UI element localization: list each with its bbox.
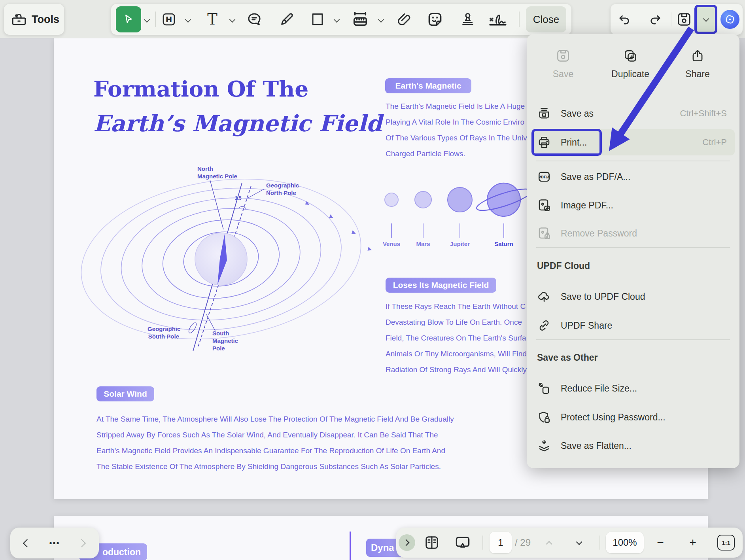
nav-forward-button[interactable]: [74, 528, 89, 558]
measure-tool-icon[interactable]: [351, 10, 369, 28]
menu-share-action[interactable]: Share: [674, 48, 721, 79]
shape-tool-icon[interactable]: [310, 12, 325, 27]
field-arrows: [304, 201, 372, 252]
chevron-left-icon: [23, 539, 31, 547]
comment-tool-icon[interactable]: [246, 11, 263, 28]
text-tool-chevron-down-icon[interactable]: [229, 17, 236, 23]
redo-icon[interactable]: [648, 12, 663, 27]
svg-text:H: H: [166, 15, 172, 24]
menu-save-label: Save: [553, 69, 573, 79]
close-label: Close: [533, 13, 559, 26]
save-as-icon: [537, 106, 551, 121]
menu-item-protect-using-password[interactable]: Protect Using Password...: [537, 406, 729, 428]
signature-tool-icon[interactable]: [486, 11, 509, 28]
nav-back-button[interactable]: [19, 528, 35, 558]
zoom-in-button[interactable]: +: [684, 528, 702, 558]
undo-icon[interactable]: [617, 12, 632, 27]
label-north-magnetic-pole: North Magnetic Pole: [197, 165, 237, 180]
south-pole-pointer: [206, 314, 216, 331]
page-number-input[interactable]: 1: [490, 532, 512, 553]
nav-more-button[interactable]: •••: [43, 528, 66, 558]
flatten-layers-icon: [537, 439, 551, 453]
menu-item-save-as-pdfa[interactable]: PDF/A Save as PDF/A...: [537, 166, 729, 188]
tools-button[interactable]: Tools: [4, 4, 64, 35]
print-highlight-border: [531, 129, 602, 156]
menu-save-action: Save: [539, 48, 587, 79]
label-geographic-south-pole: Geographic South Pole: [147, 325, 179, 340]
attachment-tool-icon[interactable]: [397, 11, 413, 28]
menu-share-label: Share: [685, 69, 709, 79]
stamp-tool-icon[interactable]: [459, 11, 476, 28]
menu-save-as-shortcut: Ctrl+Shift+S: [680, 108, 729, 119]
rotation-indicator: [187, 322, 198, 334]
chevron-up-icon: [546, 541, 552, 547]
menu-duplicate-action[interactable]: Duplicate: [607, 48, 654, 79]
save-icon[interactable]: [676, 11, 692, 27]
solar-wind-paragraph: At The Same Time, The Atmosphere Will Al…: [96, 411, 492, 475]
actual-size-button[interactable]: 1:1: [717, 535, 735, 551]
sticker-tool-icon[interactable]: [426, 11, 444, 28]
menu-protect-password-label: Protect Using Password...: [561, 412, 666, 423]
svg-text:PDF/A: PDF/A: [539, 175, 550, 179]
updf-ai-logo[interactable]: [720, 10, 739, 29]
menu-item-image-pdf[interactable]: Image PDF...: [537, 194, 729, 216]
shape-tool-chevron-down-icon[interactable]: [334, 17, 340, 23]
menu-save-to-cloud-label: Save to UPDF Cloud: [561, 291, 645, 302]
chevron-right-icon: [77, 539, 85, 547]
zoom-level-button[interactable]: 100%: [606, 532, 644, 553]
next-page-button[interactable]: [571, 528, 587, 558]
page2-column-divider: [350, 532, 351, 560]
north-pole-pointer: [210, 180, 223, 229]
menu-image-pdf-label: Image PDF...: [561, 200, 613, 211]
menu-remove-password-label: Remove Password: [561, 228, 637, 239]
close-button[interactable]: Close: [526, 6, 566, 32]
menu-item-remove-password: Remove Password: [537, 222, 729, 244]
measure-tool-chevron-down-icon[interactable]: [378, 17, 384, 23]
page-total-label: / 29: [515, 528, 531, 558]
select-tool-chevron-down-icon[interactable]: [144, 17, 150, 23]
shield-lock-icon: [537, 410, 551, 424]
menu-item-save-as[interactable]: Save as Ctrl+Shift+S: [537, 102, 729, 125]
planet-jupiter: [448, 187, 472, 212]
select-tool-button[interactable]: [116, 6, 141, 32]
collapse-toolbar-button[interactable]: [399, 534, 415, 551]
updf-ai-swirl-icon: [724, 13, 736, 25]
text-tool-icon[interactable]: T: [204, 11, 220, 27]
loses-magnetic-badge: Loses Its Magnetic Field: [386, 278, 496, 293]
save-icon: [556, 48, 571, 63]
pencil-tool-icon[interactable]: [278, 11, 295, 28]
label-south-magnetic-pole: South Magnetic Pole: [212, 329, 238, 352]
menu-item-updf-share[interactable]: UPDF Share: [537, 314, 729, 337]
cloud-upload-icon: [537, 289, 551, 304]
tools-label: Tools: [32, 13, 59, 26]
chevron-down-icon: [576, 539, 582, 545]
previous-page-button[interactable]: [541, 528, 557, 558]
planet-label-saturn: Saturn: [480, 240, 528, 248]
chevron-right-icon: [403, 539, 410, 546]
menu-print-shortcut: Ctrl+P: [702, 137, 729, 148]
chevron-down-icon: [703, 15, 709, 22]
save-dropdown-menu: Save Duplicate Share Save as Ctrl+Shift+…: [527, 34, 739, 468]
menu-item-reduce-file-size[interactable]: Reduce File Size...: [537, 377, 729, 399]
presentation-mode-icon[interactable]: [454, 534, 471, 551]
doc-title-line2: Earth’s Magnetic Field: [93, 110, 382, 136]
planet-saturn: [487, 183, 520, 216]
menu-item-save-to-updf-cloud[interactable]: Save to UPDF Cloud: [537, 286, 729, 308]
menu-pdfa-label: Save as PDF/A...: [561, 172, 630, 182]
save-menu-chevron-button[interactable]: [694, 5, 717, 34]
planet-label-jupiter: Jupiter: [436, 240, 484, 248]
pdfa-icon: PDF/A: [537, 170, 551, 184]
two-page-view-icon[interactable]: [424, 535, 440, 551]
menu-duplicate-label: Duplicate: [611, 69, 649, 79]
zoom-out-button[interactable]: −: [652, 528, 669, 558]
heading-tool-icon[interactable]: H: [161, 12, 176, 27]
cursor-icon: [122, 13, 135, 26]
menu-save-as-label: Save as: [561, 108, 594, 119]
geo-north-pointer: [248, 189, 264, 198]
label-axis-angle: 1.5: [235, 195, 242, 202]
toolbox-icon: [11, 11, 27, 27]
menu-item-save-as-flatten[interactable]: Save as Flatten...: [537, 435, 729, 457]
label-geographic-north-pole: Geographic North Pole: [266, 182, 299, 197]
heading-tool-chevron-down-icon[interactable]: [185, 17, 191, 23]
duplicate-icon: [623, 48, 638, 63]
